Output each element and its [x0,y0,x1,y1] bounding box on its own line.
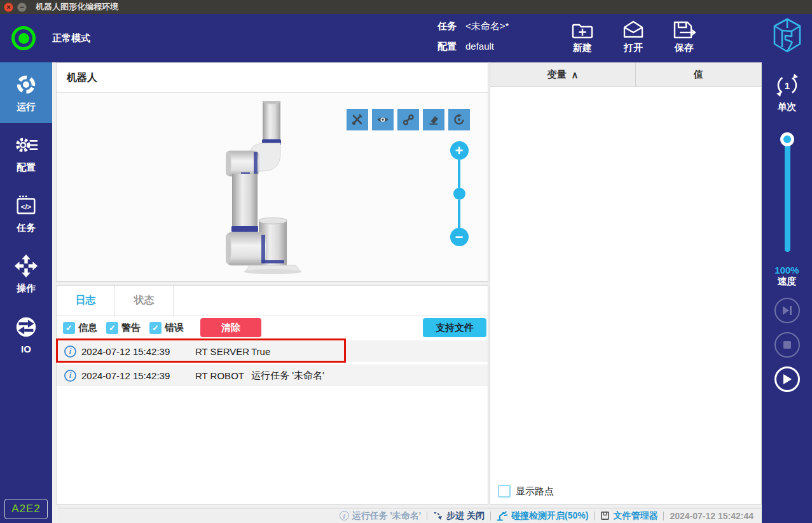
visibility-button[interactable] [372,109,394,130]
open-envelope-icon [621,19,645,41]
statusbar-running-task[interactable]: i 运行任务 '未命名' [340,510,422,522]
sidebar-item-io[interactable]: IO [0,304,52,365]
clear-log-button[interactable]: 清除 [200,318,261,337]
window-minimize-button[interactable]: − [17,3,27,12]
info-icon: i [64,345,76,358]
svg-text:</>: </> [21,202,32,210]
show-waypoints-checkbox[interactable]: 显示路点 [498,485,554,498]
tab-log[interactable]: 日志 [57,286,115,316]
log-row[interactable]: i 2024-07-12 15:42:39 RT ROBOT 运行任务 '未命名… [57,365,488,386]
speed-value: 100% [774,265,799,275]
task-label: 任务 [437,20,465,32]
file-manager-icon [600,511,610,520]
app-header: 正常模式 任务 <未命名>* 配置 default 新建 打开 [0,14,812,62]
task-config-block: 任务 <未命名>* 配置 default [437,20,509,61]
log-row[interactable]: i 2024-07-12 15:42:39 RT SERVER True [57,340,488,362]
stop-button[interactable] [774,332,800,358]
column-header-value[interactable]: 值 [636,63,761,87]
play-button[interactable] [774,366,800,392]
eraser-button[interactable] [423,109,444,130]
config-label: 配置 [437,41,465,53]
info-icon: i [340,511,349,520]
zoom-slider-handle[interactable] [453,188,465,200]
move-arrows-icon [14,254,38,278]
stop-icon [783,340,792,349]
step-forward-button[interactable] [774,298,800,323]
window-titlebar: × − 机器人图形化编程环境 [0,0,812,14]
mode-label: 正常模式 [52,32,90,45]
variables-table-header: 变量 ∧ 值 [490,63,761,87]
variables-panel: 变量 ∧ 值 显示路点 [490,62,762,505]
skip-next-icon [781,305,793,316]
log-list: i 2024-07-12 15:42:39 RT SERVER True i 2… [57,339,488,504]
info-icon: i [64,370,76,382]
statusbar-file-manager[interactable]: 文件管理器 [600,510,657,522]
zoom-in-button[interactable]: + [450,141,469,160]
window-close-button[interactable]: × [4,3,13,12]
task-value: <未命名>* [465,20,509,32]
save-floppy-icon [671,19,697,41]
mode-status-icon [11,26,36,50]
log-filter-row: ✓ 信息 ✓ 警告 ✓ 错误 清除 支持文件 [57,316,488,339]
new-task-button[interactable]: 新建 [562,19,603,54]
view-toolbar [347,109,470,130]
speed-slider-handle[interactable] [780,132,794,146]
filter-error-checkbox[interactable]: ✓ 错误 [149,322,184,334]
checkbox-unchecked-icon [498,485,511,498]
collision-icon [497,510,508,521]
mode-indicator: 正常模式 [11,26,90,50]
filter-warning-checkbox[interactable]: ✓ 警告 [106,322,141,334]
open-task-button[interactable]: 打开 [613,19,654,54]
sidebar-item-task[interactable]: </> 任务 [0,183,52,244]
checkbox-checked-icon: ✓ [63,322,75,334]
log-tabbar: 日志 状态 [57,286,488,316]
eraser-icon [427,113,440,126]
right-sidebar: 1 单次 100% 速度 [762,62,812,523]
robot-arm-model [226,101,306,274]
run-target-icon [14,73,38,97]
sidebar-item-run[interactable]: 运行 [0,62,52,123]
code-window-icon: </> [14,193,38,218]
play-icon [782,373,792,385]
status-bar: i 运行任务 '未命名' 步进 关闭 碰撞检测开启(50%) [58,508,762,523]
config-value: default [465,41,494,53]
io-exchange-icon [14,315,38,339]
svg-text:1: 1 [784,80,789,91]
log-panel: 日志 状态 ✓ 信息 ✓ 警告 ✓ [56,285,488,505]
robot-3d-view[interactable]: + − [57,93,488,281]
robot-panel: 机器人 [56,62,488,282]
brand-cube-logo [771,17,804,55]
left-sidebar: 运行 配置 </> 任务 [0,62,52,523]
path-spline-icon [402,113,415,126]
loop-once-icon[interactable]: 1 [773,71,802,100]
path-button[interactable] [397,109,419,130]
robot-panel-title: 机器人 [57,63,488,93]
save-task-button[interactable]: 保存 [664,19,705,54]
sort-asc-icon: ∧ [572,69,579,81]
zoom-out-button[interactable]: − [450,228,469,246]
sidebar-item-config[interactable]: 配置 [0,123,52,183]
tools-button[interactable] [347,109,368,130]
support-files-button[interactable]: 支持文件 [423,318,486,337]
gear-icon [13,133,39,157]
filter-info-checkbox[interactable]: ✓ 信息 [63,322,97,334]
sidebar-item-operate[interactable]: 操作 [0,244,52,304]
statusbar-collision-detection[interactable]: 碰撞检测开启(50%) [497,510,588,522]
visibility-eye-icon [376,113,389,126]
loop-mode-label: 单次 [778,101,797,113]
speed-slider[interactable] [780,132,794,255]
column-header-variable[interactable]: 变量 ∧ [490,63,636,87]
new-folder-icon [570,19,595,41]
view-zoom-control: + − [450,141,469,246]
tab-status[interactable]: 状态 [115,286,174,316]
speed-label: 速度 [778,275,797,288]
tools-icon [351,113,364,126]
reset-view-icon [453,113,465,126]
checkbox-checked-icon: ✓ [149,322,162,334]
statusbar-step-mode[interactable]: 步进 关闭 [433,510,485,522]
window-title: 机器人图形化编程环境 [36,1,118,13]
step-arrow-icon [433,511,443,521]
checkbox-checked-icon: ✓ [106,322,118,334]
reset-view-button[interactable] [448,109,470,130]
version-badge: A2E2 [4,499,48,519]
